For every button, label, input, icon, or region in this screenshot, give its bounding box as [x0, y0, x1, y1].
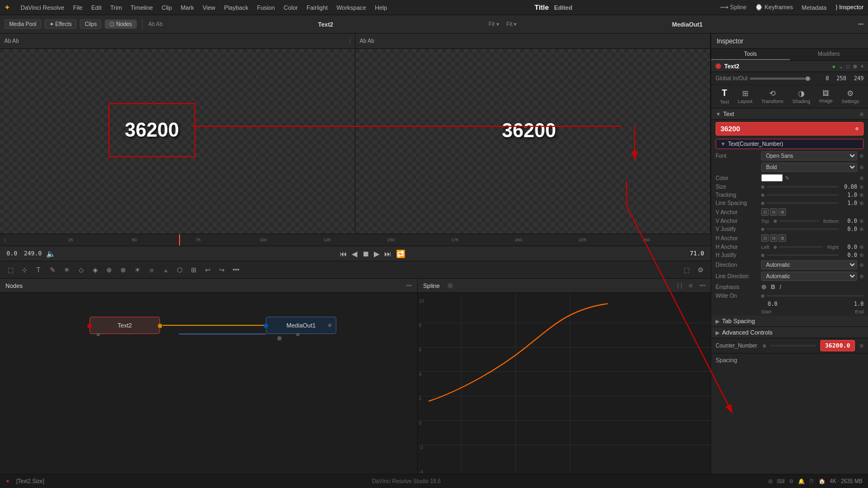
- font-dropdown[interactable]: Open Sans: [761, 151, 857, 160]
- node-ctrl-4[interactable]: ×: [860, 63, 864, 69]
- size-expand[interactable]: ⊕: [859, 184, 864, 190]
- settings-tool[interactable]: ⚙: [694, 264, 706, 276]
- stop-btn[interactable]: ⏹: [362, 249, 369, 258]
- menu-timeline[interactable]: Timeline: [131, 4, 153, 11]
- h-anchor-btn1[interactable]: ⊡: [761, 234, 769, 242]
- font-style-dropdown[interactable]: Bold: [761, 163, 857, 172]
- menu-help[interactable]: Help: [375, 4, 387, 11]
- more-options[interactable]: •••: [858, 21, 864, 27]
- color-edit-icon[interactable]: ✎: [785, 175, 789, 181]
- menu-edit[interactable]: Edit: [91, 4, 101, 11]
- color-expand[interactable]: ⊕: [859, 175, 864, 181]
- node-ctrl-3[interactable]: ⊕: [853, 63, 857, 69]
- pointer-tool[interactable]: ⬚: [4, 264, 16, 276]
- extra-tools[interactable]: •••: [230, 264, 242, 276]
- warp-tool[interactable]: ⟁: [159, 264, 171, 276]
- preview-tool[interactable]: ⬚: [680, 264, 692, 276]
- menu-file[interactable]: File: [73, 4, 83, 11]
- transform-tool[interactable]: ⊹: [18, 264, 30, 276]
- keyframes-btn[interactable]: ⌚ Keyframes: [755, 4, 793, 11]
- statusbar-icon-2[interactable]: ⌨: [777, 478, 784, 484]
- counter-value[interactable]: 36200.0: [820, 340, 855, 351]
- h-justify-slider[interactable]: [767, 254, 839, 256]
- paint-tool[interactable]: ✎: [47, 264, 59, 276]
- menu-playback[interactable]: Playback: [224, 4, 248, 11]
- undo-tool[interactable]: ↩: [202, 264, 214, 276]
- node-ctrl-1[interactable]: ⌄: [839, 63, 843, 69]
- direction-expand[interactable]: ⊕: [859, 262, 864, 268]
- spline-btn[interactable]: ⟿ Spline: [720, 4, 747, 11]
- clips-btn[interactable]: Clips: [80, 20, 101, 29]
- node-text2[interactable]: Text2: [90, 317, 160, 334]
- menu-workspace[interactable]: Workspace: [336, 4, 366, 11]
- effects-btn[interactable]: ✦ Effects: [44, 20, 76, 29]
- add-tool[interactable]: ⊕: [103, 264, 115, 276]
- loop-btn[interactable]: 🔁: [396, 249, 405, 258]
- advanced-controls-header[interactable]: ▶ Advanced Controls: [711, 327, 868, 338]
- insp-tool-layout[interactable]: ⊞ Layout: [738, 89, 752, 104]
- insp-tool-image[interactable]: 🖼 Image: [819, 89, 833, 104]
- node-media-out[interactable]: MediaOut1: [266, 317, 336, 334]
- mask-tool[interactable]: ◇: [75, 264, 87, 276]
- direction-dropdown[interactable]: Automatic: [761, 260, 857, 269]
- counter-expand[interactable]: ⊕: [859, 343, 864, 349]
- text-value-input[interactable]: 36200 ⊕: [716, 122, 864, 136]
- emphasis-icon1[interactable]: ⊕: [761, 283, 767, 291]
- h-justify-expand[interactable]: ⊕: [859, 252, 864, 258]
- spline-zoom[interactable]: ⊕: [688, 282, 693, 288]
- h-anchor-btn3[interactable]: ⊠: [778, 234, 786, 242]
- color-tool[interactable]: ☀: [131, 264, 143, 276]
- go-to-end-btn[interactable]: ⏭: [384, 249, 392, 258]
- size-slider[interactable]: [767, 186, 839, 188]
- statusbar-icon-3[interactable]: ⚙: [789, 478, 794, 484]
- go-to-start-btn[interactable]: ⏮: [340, 249, 347, 258]
- tracking-expand[interactable]: ⊕: [859, 192, 864, 198]
- bezier-tool[interactable]: ◈: [89, 264, 101, 276]
- spline-options[interactable]: { }: [677, 282, 682, 288]
- global-inout-slider[interactable]: [750, 78, 812, 80]
- tracking-slider[interactable]: [767, 194, 839, 196]
- merge-tool[interactable]: ⊗: [117, 264, 129, 276]
- volume-icon[interactable]: 🔈: [46, 249, 55, 258]
- write-on-slider[interactable]: [767, 295, 864, 297]
- h-anchor-expand[interactable]: ⊕: [859, 244, 864, 250]
- insp-tool-settings[interactable]: ⚙ Settings: [841, 89, 859, 104]
- tab-spacing-header[interactable]: ▶ Tab Spacing: [711, 316, 868, 327]
- 3d-tool[interactable]: ⬡: [174, 264, 186, 276]
- playhead[interactable]: [179, 234, 180, 246]
- v-anchor-expand[interactable]: ⊕: [859, 218, 864, 224]
- h-anchor-btn2[interactable]: ⊟: [770, 234, 777, 242]
- comp-tool[interactable]: ⊞: [188, 264, 200, 276]
- menu-trim[interactable]: Trim: [110, 4, 122, 11]
- nodes-btn[interactable]: ⬡ Nodes: [105, 20, 137, 29]
- tab-modifiers[interactable]: Modifiers: [790, 49, 869, 60]
- insp-tool-text[interactable]: T Text: [720, 88, 729, 105]
- v-justify-slider[interactable]: [767, 228, 839, 230]
- redo-tool[interactable]: ↪: [216, 264, 228, 276]
- color-swatch[interactable]: [761, 174, 783, 182]
- inspector-btn[interactable]: ⟩ Inspector: [835, 4, 864, 11]
- font-expand[interactable]: ⊕: [859, 153, 864, 159]
- line-direction-expand[interactable]: ⊕: [859, 273, 864, 279]
- metadata-btn[interactable]: Metadata: [802, 4, 827, 11]
- font-style-expand[interactable]: ⊕: [859, 164, 864, 170]
- counter-slider[interactable]: [770, 345, 815, 346]
- spline-more[interactable]: •••: [699, 282, 705, 288]
- statusbar-icon-1[interactable]: ⊞: [768, 478, 773, 484]
- statusbar-icon-4[interactable]: 🔔: [798, 478, 805, 484]
- statusbar-icon-5[interactable]: ⏱: [809, 478, 814, 484]
- menu-davinci[interactable]: DaVinci Resolve: [21, 4, 65, 11]
- v-anchor-btn2[interactable]: ⊟: [770, 208, 777, 216]
- statusbar-icon-6[interactable]: 🏠: [819, 478, 825, 484]
- expr-collapse[interactable]: ▼: [720, 141, 726, 147]
- menu-view[interactable]: View: [202, 4, 215, 11]
- v-justify-expand[interactable]: ⊕: [859, 226, 864, 232]
- v-anchor-btn1[interactable]: ⊡: [761, 208, 769, 216]
- tab-tools[interactable]: Tools: [711, 49, 790, 60]
- play-btn[interactable]: ▶: [374, 249, 380, 258]
- menu-color[interactable]: Color: [284, 4, 298, 11]
- v-anchor-btn3[interactable]: ⊠: [778, 208, 786, 216]
- v-anchor-slider[interactable]: [779, 220, 819, 222]
- menu-fairlight[interactable]: Fairlight: [307, 4, 328, 11]
- text-tool[interactable]: T: [33, 264, 44, 276]
